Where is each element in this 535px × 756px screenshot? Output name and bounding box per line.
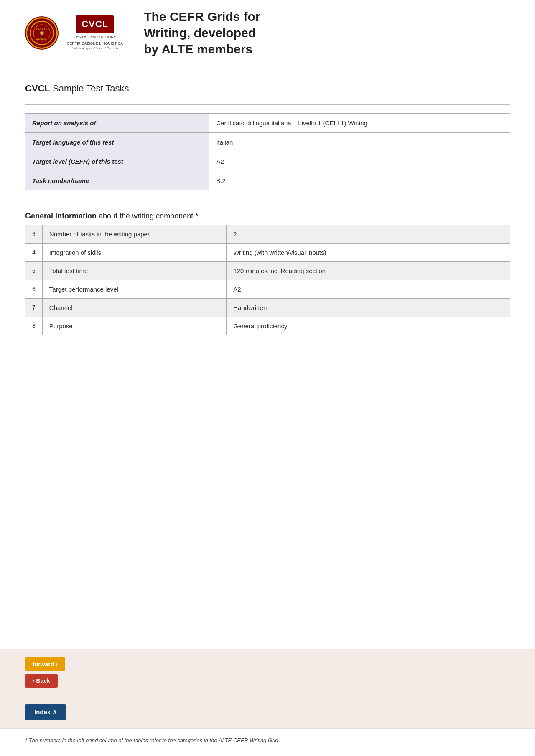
row-value: General proficiency bbox=[227, 317, 510, 335]
table-row: 8 Purpose General proficiency bbox=[25, 317, 510, 335]
row-number: 6 bbox=[25, 280, 43, 299]
table-row: 5 Total test time 120 minutes inc. Readi… bbox=[25, 262, 510, 280]
table-row: Report on analysis of Certificato di lin… bbox=[25, 114, 510, 133]
row-value: Writing (with written/visual inputs) bbox=[227, 244, 510, 262]
index-section: Index ∧ bbox=[0, 696, 535, 728]
info-value: B.2 bbox=[209, 171, 510, 190]
info-value: Certificato di lingua italiana – Livello… bbox=[209, 114, 510, 133]
org-sub: Università per Stranieri Perugia bbox=[72, 46, 118, 50]
index-button[interactable]: Index ∧ bbox=[25, 704, 66, 720]
main-content: CVCL Sample Test Tasks Report on analysi… bbox=[0, 66, 535, 649]
row-number: 5 bbox=[25, 262, 43, 280]
table-row: Target language of this test Italian bbox=[25, 133, 510, 152]
row-number: 7 bbox=[25, 299, 43, 317]
page-title: The CEFR Grids for Writing, developed by… bbox=[144, 8, 260, 57]
row-label: Number of tasks in the writing paper bbox=[42, 225, 226, 244]
general-info-table: 3 Number of tasks in the writing paper 2… bbox=[25, 225, 510, 335]
row-value: Handwritten bbox=[227, 299, 510, 317]
row-label: Purpose bbox=[42, 317, 226, 335]
info-value: Italian bbox=[209, 133, 510, 152]
row-number: 8 bbox=[25, 317, 43, 335]
back-button[interactable]: ‹ Back bbox=[25, 674, 58, 688]
info-table: Report on analysis of Certificato di lin… bbox=[25, 113, 510, 190]
row-value: A2 bbox=[227, 280, 510, 299]
footer-note: * The numbers in the left hand column of… bbox=[0, 728, 535, 756]
table-row: 3 Number of tasks in the writing paper 2 bbox=[25, 225, 510, 244]
row-label: Channel bbox=[42, 299, 226, 317]
navigation-buttons: forward › ‹ Back bbox=[0, 649, 535, 696]
table-row: 6 Target performance level A2 bbox=[25, 280, 510, 299]
cvcl-logo-block: CVCL CENTRO VALUTAZIONE CERTIFICAZIONE L… bbox=[67, 15, 123, 50]
info-label: Task number/name bbox=[25, 171, 209, 190]
page-header: PER STR 🦁 PERUGIA CVCL CENTRO VALUTAZION… bbox=[0, 0, 535, 66]
info-label: Target level (CEFR) of this test bbox=[25, 152, 209, 171]
university-logo: PER STR 🦁 PERUGIA bbox=[25, 16, 59, 50]
row-number: 4 bbox=[25, 244, 43, 262]
table-row: Task number/name B.2 bbox=[25, 171, 510, 190]
info-value: A2 bbox=[209, 152, 510, 171]
cvcl-logo-box: CVCL bbox=[76, 15, 114, 33]
org-name-line2: CERTIFICAZIONE LINGUISTICA bbox=[67, 41, 123, 46]
row-label: Total test time bbox=[42, 262, 226, 280]
row-label: Integration of skills bbox=[42, 244, 226, 262]
row-number: 3 bbox=[25, 225, 43, 244]
table-row: 7 Channel Handwritten bbox=[25, 299, 510, 317]
table-row: 4 Integration of skills Writing (with wr… bbox=[25, 244, 510, 262]
table-row: Target level (CEFR) of this test A2 bbox=[25, 152, 510, 171]
info-label: Target language of this test bbox=[25, 133, 209, 152]
svg-text:PERUGIA: PERUGIA bbox=[37, 38, 47, 40]
row-label: Target performance level bbox=[42, 280, 226, 299]
section-title: CVCL Sample Test Tasks bbox=[25, 83, 510, 94]
logos-container: PER STR 🦁 PERUGIA CVCL CENTRO VALUTAZION… bbox=[25, 15, 123, 50]
row-value: 120 minutes inc. Reading section bbox=[227, 262, 510, 280]
org-name-line1: CENTRO VALUTAZIONE bbox=[74, 35, 116, 40]
forward-button[interactable]: forward › bbox=[25, 657, 65, 671]
info-label: Report on analysis of bbox=[25, 114, 209, 133]
row-value: 2 bbox=[227, 225, 510, 244]
svg-text:PER STR: PER STR bbox=[36, 28, 48, 30]
svg-text:🦁: 🦁 bbox=[39, 30, 45, 36]
general-info-heading: General Information about the writing co… bbox=[25, 212, 510, 221]
